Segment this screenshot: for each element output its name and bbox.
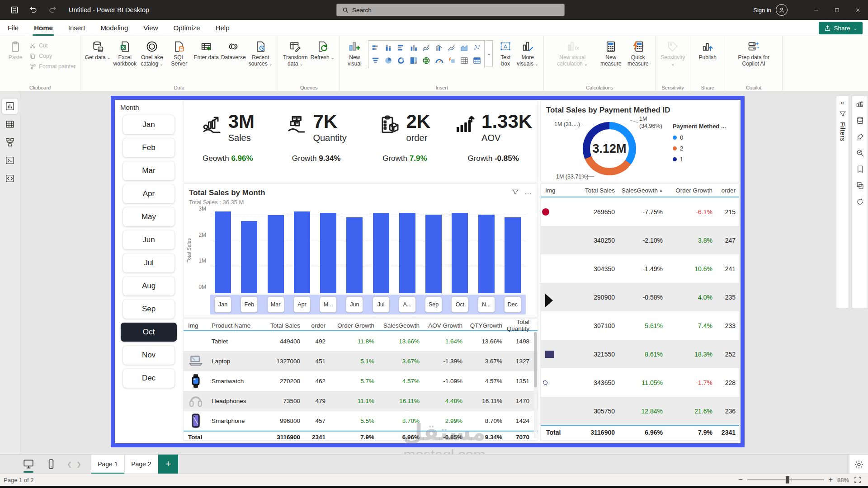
ribbon-sql-server-button[interactable]: SQL Server — [165, 38, 193, 68]
country-row-none[interactable]: 304350 -1.49% 10.6% 241 — [541, 254, 739, 283]
ribbon-dataverse-button[interactable]: Dataverse — [220, 38, 247, 62]
ribbon-format-painter-button[interactable]: Format painter — [29, 63, 75, 70]
undo-icon[interactable] — [29, 5, 38, 14]
donut-chart-icon[interactable] — [395, 55, 407, 66]
close-button[interactable] — [847, 0, 868, 20]
ribbon-transform-data-button[interactable]: Transform data ⌄ — [282, 38, 309, 68]
ribbon-prep-data-for-copilot-ai-button[interactable]: Prep data for Copilot AI — [729, 38, 778, 68]
ribbon-cut-button[interactable]: Cut — [29, 42, 75, 49]
stacked-column-chart-icon[interactable] — [382, 42, 394, 54]
column-header[interactable]: order — [304, 322, 329, 329]
column-header[interactable]: Product Name — [207, 322, 260, 329]
column-header[interactable]: AOV Growth — [423, 322, 466, 329]
page-tab-page-2[interactable]: Page 2 — [125, 455, 158, 474]
column-header[interactable]: Total Quantity — [506, 319, 533, 332]
prev-page-icon[interactable]: ❮ — [67, 461, 72, 468]
legend-item-0[interactable]: 0 — [673, 134, 726, 141]
next-page-icon[interactable]: ❯ — [76, 461, 81, 468]
map-icon[interactable] — [420, 55, 432, 66]
bar-jul[interactable] — [373, 213, 389, 293]
country-row-usa[interactable]: 321550 8.61% 18.3% 252 — [541, 340, 739, 368]
filter-icon[interactable] — [512, 188, 519, 196]
ribbon-publish-button[interactable]: Publish — [694, 38, 721, 62]
menu-modeling[interactable]: Modeling — [93, 20, 136, 36]
column-header[interactable]: Img — [541, 187, 573, 194]
column-header[interactable]: QTYGrowth — [466, 322, 506, 329]
country-row-india[interactable]: 343650 11.05% -1.7% 228 — [541, 368, 739, 397]
x-tick-feb[interactable]: Feb — [241, 296, 258, 313]
product-row-tablet[interactable]: Tablet449400492 11.8% 13.66% 1.64% 13.66… — [184, 331, 538, 351]
bookmarks-icon[interactable] — [856, 165, 864, 174]
ribbon-enter-data-button[interactable]: Enter data — [193, 38, 220, 62]
filters-pane-label[interactable]: Filters — [839, 122, 846, 141]
product-row-smartwatch[interactable]: Smartwatch270200462 5.7% 4.57% -1.09% 4.… — [184, 371, 538, 391]
area-chart-icon[interactable] — [458, 42, 470, 54]
menu-help[interactable]: Help — [208, 20, 237, 36]
ribbon-get-data-button[interactable]: Get data ⌄ — [84, 38, 111, 62]
sign-in-button[interactable]: Sign in — [753, 7, 771, 14]
x-tick-sep[interactable]: Sep — [425, 296, 442, 313]
line-chart-icon[interactable] — [420, 42, 432, 54]
selection-icon[interactable] — [856, 181, 864, 190]
ribbon-refresh-button[interactable]: Refresh ⌄ — [309, 38, 336, 62]
slicer-item-may[interactable]: May — [123, 207, 175, 226]
ribbon-new-measure-button[interactable]: New measure — [597, 38, 624, 68]
column-header[interactable]: Order Growth — [329, 322, 378, 329]
slicer-item-apr[interactable]: Apr — [123, 184, 175, 203]
x-tick-nov[interactable]: N... — [478, 296, 495, 313]
country-row-france[interactable]: 307100 5.61% 7.4% 233 — [541, 311, 739, 340]
ribbon-onelake-catalog-button[interactable]: OneLake catalog ⌄ — [138, 38, 165, 68]
format-visual-icon[interactable] — [856, 132, 864, 141]
gear-icon[interactable] — [854, 460, 864, 469]
x-tick-oct[interactable]: Oct — [451, 296, 468, 313]
product-row-laptop[interactable]: Laptop1327000451 5.1% 3.67% -1.39% 3.67%… — [184, 351, 538, 371]
country-row-japan[interactable]: 269650 -7.75% -6.1% 215 — [541, 197, 739, 226]
menu-home[interactable]: Home — [26, 20, 61, 36]
slicer-item-aug[interactable]: Aug — [123, 277, 175, 296]
bar-jun[interactable] — [346, 217, 363, 293]
ribbon-recent-sources-button[interactable]: Recent sources ⌄ — [247, 38, 274, 68]
bar-apr[interactable] — [294, 211, 310, 293]
tmdl-view-button[interactable] — [2, 171, 18, 186]
product-table[interactable]: ImgProduct NameTotal SalesorderOrder Gro… — [183, 318, 538, 441]
zoom-slider[interactable] — [747, 479, 824, 480]
funnel-chart-icon[interactable] — [370, 55, 382, 66]
report-canvas[interactable]: Month JanFebMarAprMayJunJulAugSepOctNovD… — [111, 96, 745, 447]
search-input[interactable]: Search — [336, 4, 565, 16]
bar-nov[interactable] — [478, 215, 495, 294]
minimize-button[interactable] — [806, 0, 826, 20]
x-tick-jul[interactable]: Jul — [373, 296, 390, 313]
gallery-expand-icon[interactable]: ⌄ — [486, 40, 493, 66]
slicer-item-jul[interactable]: Jul — [123, 253, 175, 272]
build-visual-icon[interactable] — [856, 100, 864, 108]
ribbon-excel-workbook-button[interactable]: XExcel workbook — [111, 38, 138, 68]
fit-to-page-icon[interactable] — [854, 476, 862, 484]
gauge-icon[interactable] — [433, 55, 445, 66]
bar-oct[interactable] — [452, 213, 468, 294]
ribbon-quick-measure-button[interactable]: Quick measure — [624, 38, 651, 68]
model-view-button[interactable] — [2, 135, 18, 150]
matrix-visual-icon[interactable] — [471, 55, 483, 66]
combo-chart-icon[interactable] — [433, 42, 445, 54]
donut-ring[interactable]: 3.12M — [583, 122, 636, 175]
analytics-icon[interactable] — [856, 149, 864, 157]
slicer-item-jan[interactable]: Jan — [123, 115, 175, 134]
scatter-chart-icon[interactable] — [471, 42, 483, 54]
country-row-none[interactable]: 305750 12.84% 21.6% 236 — [541, 397, 739, 425]
slicer-item-dec[interactable]: Dec — [123, 369, 175, 388]
bar-sep[interactable] — [425, 215, 442, 293]
menu-insert[interactable]: Insert — [61, 20, 93, 36]
x-tick-dec[interactable]: Dec — [504, 296, 521, 313]
save-icon[interactable] — [10, 5, 19, 14]
country-table[interactable]: ImgTotal SalesSalesGeowth▲Order Growthor… — [540, 183, 740, 441]
total-sales-by-month-chart[interactable]: Total Sales by Month Total Sales : 36.35… — [183, 183, 538, 317]
bar-aug[interactable] — [399, 213, 415, 294]
menu-view[interactable]: View — [136, 20, 165, 36]
slicer-item-feb[interactable]: Feb — [123, 138, 175, 157]
x-tick-aug[interactable]: A... — [399, 296, 416, 313]
treemap-icon[interactable] — [408, 55, 420, 66]
column-header[interactable]: SalesGeowth — [378, 322, 423, 329]
bar-jan[interactable] — [215, 211, 231, 293]
ribbon-more-visuals-button[interactable]: More visuals ⌄ — [515, 38, 540, 68]
ribbon-new-visual-button[interactable]: New visual — [344, 38, 365, 68]
